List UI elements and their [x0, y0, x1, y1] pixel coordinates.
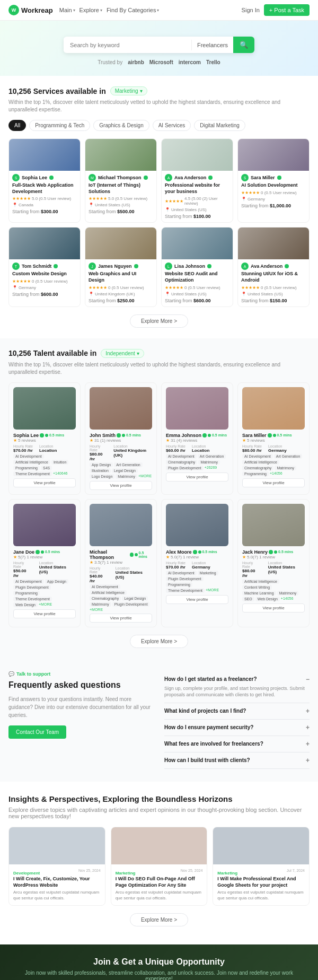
talent-card[interactable]: Alex Moore 0.5 mins ★ 5.0(7) 1 review Ho… [161, 499, 233, 627]
talent-rating: ★ 31 (4) reviews [166, 438, 228, 443]
trusted-microsoft: Microsoft [149, 59, 173, 65]
talent-rating: ★ 31 (1) reviews [90, 438, 152, 443]
blog-card[interactable]: Development Nov 25, 2024 I Will Create, … [8, 827, 105, 906]
service-card[interactable]: L Lisa Johnson Website SEO Audit and Opt… [161, 227, 233, 307]
faq-item[interactable]: How can I build trust with clients? + [164, 752, 310, 769]
view-profile-button[interactable]: View profile [90, 614, 152, 623]
service-card[interactable]: J James Nguyen Web Graphics and UI Desig… [85, 227, 157, 307]
talent-tag: Theme Development [13, 471, 52, 476]
service-card[interactable]: S Sara Miller AI Solution Development ★★… [237, 138, 310, 223]
hourly-rate-value: $80.00 /hr [242, 448, 262, 453]
tab-programming[interactable]: Programming & Tech [29, 120, 90, 131]
blog-card[interactable]: Marketing Nov 25, 2024 I Will Do SEO Ful… [111, 827, 208, 906]
category-select[interactable]: Freelancers [192, 38, 233, 52]
faq-item[interactable]: How do I ensure payment security? + [164, 720, 310, 736]
chevron-down-icon: ▾ [73, 8, 75, 13]
cta-banner: Join & Get a Unique Opportunity Join now… [0, 944, 318, 980]
talent-card[interactable]: Sara Miller 0.5 mins ★ 5 reviews Hourly … [237, 382, 310, 495]
blog-category: Marketing [217, 871, 237, 876]
talent-tag: Artificial Intelligence [90, 590, 127, 595]
stars-icon: ★ [13, 438, 17, 443]
talent-card[interactable]: Michael Thompson 0.5 mins ★ 3.5(7) 1 rev… [85, 499, 157, 627]
verified-icon [49, 176, 54, 180]
tab-ai[interactable]: AI Services [153, 120, 191, 131]
view-profile-button[interactable]: View profile [13, 478, 76, 487]
talent-tag: AI Development [13, 454, 44, 459]
faq-question: What fees are involved for freelancers? … [164, 740, 310, 748]
hourly-rate-value: $40.00 /hr [90, 574, 109, 583]
faq-question-text: How can I build trust with clients? [164, 757, 250, 763]
view-profile-button[interactable]: View profile [90, 481, 152, 490]
faq-question: How can I build trust with clients? + [164, 757, 310, 764]
hourly-rate-label: Hourly Rate [242, 444, 262, 448]
verified-icon [268, 433, 272, 438]
talent-card[interactable]: Emma Johnson 0.5 mins ★ 31 (4) reviews H… [161, 382, 233, 495]
faq-item[interactable]: How do I get started as a freelancer? − … [164, 671, 310, 703]
talent-tag: Plugin Development [166, 576, 204, 581]
blog-explore-more[interactable]: Explore More > [130, 913, 188, 926]
services-header: 10,256 Services available in Marketing ▾ [8, 86, 310, 95]
hero-section: Freelancers 🔍 Trusted by airbnb Microsof… [0, 21, 318, 76]
location-icon: 📍 [89, 292, 94, 296]
tab-graphics[interactable]: Graphics & Design [93, 120, 149, 131]
contact-team-button[interactable]: Contact Our Team [8, 725, 66, 739]
talent-badge[interactable]: Independent ▾ [101, 349, 144, 358]
faq-item[interactable]: What kind of projects can I find? + [164, 703, 310, 720]
location-label: Location [192, 561, 210, 565]
talent-card[interactable]: Jane Doe 0.5 mins ★ 5(7) 1 review Hourly… [8, 499, 81, 627]
service-card[interactable]: A Ava Anderson Professional website for … [161, 138, 233, 223]
service-card[interactable]: A Ava Anderson Stunning UI/UX for iOS & … [237, 227, 310, 307]
search-input[interactable] [64, 38, 191, 52]
card-title: IoT (Internet of Things) Solutions [89, 182, 153, 195]
card-rating: ★★★★★ 0 (0.5 User review) [241, 190, 306, 195]
blog-card[interactable]: Marketing Jul 7, 2024 I Will Make Profes… [213, 827, 310, 906]
card-title: Website SEO Audit and Optimization [165, 271, 229, 283]
faq-item[interactable]: What fees are involved for freelancers? … [164, 736, 310, 752]
talent-card[interactable]: Sophia Lee 0.5 mins ★ 5 reviews Hourly R… [8, 382, 81, 495]
service-card[interactable]: S Sophia Lee Full-Stack Web Application … [8, 138, 81, 223]
post-task-button[interactable]: + Post a Task [264, 4, 310, 16]
search-button[interactable]: 🔍 [233, 37, 254, 53]
talent-reviews: 5.0(7) 1 review [171, 555, 199, 559]
talent-rating: ★ 5 reviews [13, 438, 76, 443]
tab-marketing[interactable]: Digital Marketing [194, 120, 245, 131]
view-profile-button[interactable]: View profile [13, 609, 76, 618]
talent-reviews: 31 (4) reviews [171, 438, 197, 443]
service-card[interactable]: T Tom Schmidt Custom Website Design ★★★★… [8, 227, 81, 307]
talent-tags: AI DevelopmentArtificial IntelligenceInt… [13, 454, 76, 476]
stars-icon: ★★★★★ [89, 196, 107, 201]
talent-card[interactable]: Jack Henry 0.5 mins ★ 5.0(7) 1 review Ho… [237, 499, 310, 627]
hourly-rate-label: Hourly Rate [242, 561, 262, 568]
talent-tag: Illustration [90, 468, 111, 473]
hourly-rate-value: $60.00 /hr [166, 448, 186, 453]
tab-all[interactable]: All [8, 120, 26, 131]
nav-explore[interactable]: Explore ▾ [80, 7, 102, 13]
nav-main[interactable]: Main ▾ [59, 7, 75, 13]
logo[interactable]: W Workreap [8, 5, 53, 15]
faq-question: What kind of projects can I find? + [164, 707, 310, 715]
talent-tag: Marketing [198, 571, 218, 575]
blog-category: Development [13, 871, 40, 876]
plus-icon: + [306, 740, 310, 748]
faq-answer: Sign up, complete your profile, and star… [164, 685, 310, 698]
talent-card[interactable]: John Smith 0.5 mins ★ 31 (1) reviews Hou… [85, 382, 157, 495]
stars-icon: ★ [242, 555, 246, 559]
services-badge[interactable]: Marketing ▾ [110, 86, 147, 95]
trusted-trello: Trello [206, 59, 220, 65]
view-profile-button[interactable]: View profile [242, 603, 305, 612]
services-explore-more[interactable]: Explore More > [130, 314, 188, 328]
talent-tag: Legal Design [122, 596, 148, 601]
talent-explore-more[interactable]: Explore More > [130, 635, 188, 648]
service-card[interactable]: M Michael Thompson IoT (Internet of Thin… [85, 138, 157, 223]
hourly-rate-value: $70.00 /hr [166, 565, 186, 570]
view-profile-button[interactable]: View profile [166, 595, 228, 604]
nav-categories[interactable]: Find By Categories ▾ [107, 7, 160, 13]
signin-button[interactable]: Sign In [242, 7, 260, 13]
seller-name: Ava Anderson [251, 264, 282, 269]
view-profile-button[interactable]: View profile [242, 478, 305, 487]
talent-tag: AI Development [166, 454, 197, 459]
view-profile-button[interactable]: View profile [166, 472, 228, 482]
faq-question-text: How do I get started as a freelancer? [164, 676, 257, 682]
talent-tags: AI DevelopmentArtificial IntelligenceCin… [90, 584, 152, 611]
search-bar: Freelancers 🔍 [64, 37, 254, 53]
